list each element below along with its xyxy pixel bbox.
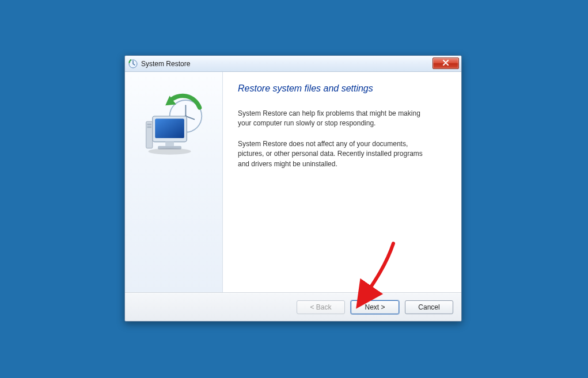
close-icon [442, 59, 449, 67]
close-button[interactable] [433, 58, 459, 69]
page-heading: Restore system files and settings [238, 83, 446, 94]
cancel-button[interactable]: Cancel [405, 300, 453, 314]
intro-paragraph-2: System Restore does not affect any of yo… [238, 139, 434, 169]
window-title: System Restore [141, 60, 190, 68]
wizard-side-panel [125, 72, 223, 292]
wizard-content: Restore system files and settings System… [223, 72, 461, 292]
svg-rect-8 [165, 142, 174, 146]
svg-rect-12 [147, 124, 151, 125]
system-restore-icon [128, 59, 138, 68]
wizard-body: Restore system files and settings System… [125, 72, 461, 292]
next-button[interactable]: Next > [351, 300, 399, 314]
back-button: < Back [297, 300, 345, 314]
restore-illustration-icon [136, 93, 211, 167]
svg-point-10 [148, 148, 191, 155]
svg-rect-13 [147, 127, 151, 128]
wizard-button-bar: < Back Next > Cancel [125, 292, 461, 321]
intro-paragraph-1: System Restore can help fix problems tha… [238, 109, 434, 129]
svg-rect-11 [146, 121, 152, 148]
system-restore-wizard: System Restore [124, 55, 462, 322]
titlebar[interactable]: System Restore [125, 56, 461, 72]
svg-rect-7 [155, 119, 184, 138]
